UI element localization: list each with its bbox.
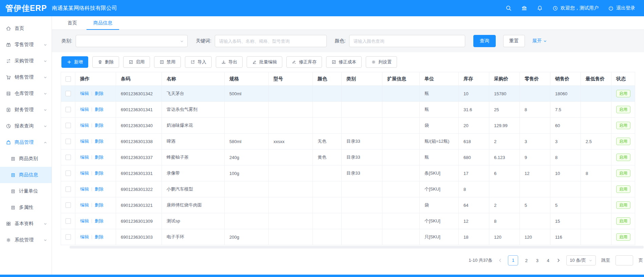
row-checkbox[interactable]	[65, 202, 71, 208]
logout-button[interactable]: 退出登录	[608, 5, 635, 11]
page-button-2[interactable]: 2	[524, 258, 529, 263]
sidebar-item-product-category[interactable]: 商品类别	[0, 151, 52, 167]
jump-page-input[interactable]	[615, 255, 633, 265]
search-icon[interactable]	[506, 5, 512, 11]
row-checkbox[interactable]	[65, 218, 71, 224]
next-page-button[interactable]	[556, 258, 561, 263]
delete-link[interactable]: 删除	[95, 171, 103, 176]
prev-page-button[interactable]	[498, 258, 503, 263]
delete-link[interactable]: 删除	[95, 234, 103, 239]
cell-min-price: 8	[581, 165, 611, 181]
import-button[interactable]: 导入	[185, 56, 212, 68]
cell-unit: 瓶	[420, 86, 459, 102]
row-checkbox[interactable]	[65, 155, 71, 160]
delete-link[interactable]: 删除	[95, 123, 103, 128]
bell-icon[interactable]	[537, 5, 543, 11]
sidebar-item-retail[interactable]: 零售管理	[0, 37, 52, 53]
sidebar-item-basic-data[interactable]: 基本资料	[0, 216, 52, 232]
page-button-4[interactable]: 4	[545, 258, 551, 263]
horizontal-scrollbar[interactable]	[70, 246, 644, 249]
adjust-stock-button[interactable]: 修正库存	[286, 56, 322, 68]
search-button[interactable]: 查询	[473, 35, 496, 47]
column-settings-button[interactable]: 列设置	[366, 56, 397, 68]
status-badge: 启用	[616, 90, 630, 97]
delete-link[interactable]: 删除	[95, 186, 103, 192]
delete-link[interactable]: 删除	[95, 202, 103, 207]
edit-link[interactable]: 编辑	[80, 123, 89, 128]
user-welcome[interactable]: 欢迎您，测试用户	[552, 5, 599, 11]
sidebar-item-products[interactable]: 商品管理	[0, 134, 52, 151]
export-button[interactable]: 导出	[216, 56, 243, 68]
cell-barcode: 6901236301338	[116, 134, 162, 150]
chevron-down-icon	[589, 259, 592, 262]
sidebar-item-sales[interactable]: 销售管理	[0, 69, 52, 85]
cell-unit: 瓶/(箱=12瓶)	[420, 134, 459, 150]
sidebar-item-purchase[interactable]: 采购管理	[0, 53, 52, 69]
cell-retail-price: 5	[520, 197, 550, 213]
table-row: 编辑删除 6901236301342 飞天茅台 500ml 瓶 10 15780…	[61, 86, 635, 102]
edit-link[interactable]: 编辑	[80, 155, 89, 160]
keyword-input[interactable]	[215, 35, 327, 47]
edit-link[interactable]: 编辑	[80, 171, 89, 176]
list-icon	[11, 173, 16, 178]
sidebar-item-measure-unit[interactable]: 计量单位	[0, 183, 52, 199]
select-all-checkbox[interactable]	[65, 76, 71, 82]
row-checkbox[interactable]	[65, 139, 71, 144]
edit-link[interactable]: 编辑	[80, 218, 89, 223]
batch-edit-button[interactable]: 批量编辑	[247, 56, 282, 68]
row-checkbox[interactable]	[65, 123, 71, 128]
action-divider	[92, 107, 92, 112]
row-checkbox[interactable]	[65, 107, 71, 112]
sidebar-item-system[interactable]: 系统管理	[0, 232, 52, 248]
delete-link[interactable]: 删除	[95, 91, 103, 96]
tab-home[interactable]: 首页	[59, 16, 85, 29]
row-checkbox[interactable]	[65, 91, 71, 96]
cell-min-price	[581, 86, 611, 102]
edit-link[interactable]: 编辑	[80, 234, 89, 239]
edit-link[interactable]: 编辑	[80, 107, 89, 112]
cell-model	[269, 150, 313, 165]
expand-link[interactable]: 展开	[532, 38, 547, 44]
edit-link[interactable]: 编辑	[80, 139, 89, 144]
delete-link[interactable]: 删除	[95, 107, 103, 112]
bank-icon[interactable]	[521, 5, 527, 11]
edit-link[interactable]: 编辑	[80, 186, 89, 192]
action-divider	[92, 139, 92, 143]
cell-min-price	[581, 102, 611, 118]
color-input[interactable]	[349, 35, 465, 47]
edit-link[interactable]: 编辑	[80, 91, 89, 96]
reset-button[interactable]: 重置	[503, 35, 525, 47]
add-button[interactable]: 新增	[61, 56, 88, 68]
status-badge: 启用	[616, 154, 630, 161]
clock-icon	[552, 5, 558, 11]
cell-category	[342, 86, 382, 102]
category-select[interactable]	[76, 35, 188, 47]
page-button-1[interactable]: 1	[508, 255, 518, 265]
cell-model: xxsxx	[269, 134, 313, 150]
row-checkbox[interactable]	[65, 186, 71, 192]
row-checkbox[interactable]	[65, 171, 71, 176]
cell-spec: 100g	[225, 165, 269, 181]
sidebar-item-warehouse[interactable]: 仓库管理	[0, 85, 52, 102]
enable-button[interactable]: 启用	[123, 56, 150, 68]
tab-product-info[interactable]: 商品信息	[85, 16, 120, 29]
delete-link[interactable]: 删除	[95, 155, 103, 160]
sidebar-item-product-info[interactable]: 商品信息	[0, 167, 52, 183]
sidebar-item-home[interactable]: 首页	[0, 20, 52, 37]
chevron-down-icon	[43, 238, 47, 242]
sidebar-item-finance[interactable]: 财务管理	[0, 102, 52, 118]
page-button-3[interactable]: 3	[534, 258, 540, 263]
delete-button[interactable]: 删除	[92, 56, 119, 68]
disable-button[interactable]: 禁用	[154, 56, 181, 68]
cell-retail-price	[520, 181, 550, 197]
adjust-cost-button[interactable]: 修正成本	[326, 56, 362, 68]
page-size-select[interactable]: 10 条/页	[566, 255, 596, 265]
row-checkbox[interactable]	[65, 234, 71, 240]
sidebar-item-reports[interactable]: 报表查询	[0, 118, 52, 134]
delete-link[interactable]: 删除	[95, 139, 103, 144]
finance-icon	[6, 107, 11, 113]
status-badge: 启用	[616, 170, 630, 177]
sidebar-item-multi-attribute[interactable]: 多属性	[0, 199, 52, 216]
edit-link[interactable]: 编辑	[80, 202, 89, 207]
delete-link[interactable]: 删除	[95, 218, 103, 223]
